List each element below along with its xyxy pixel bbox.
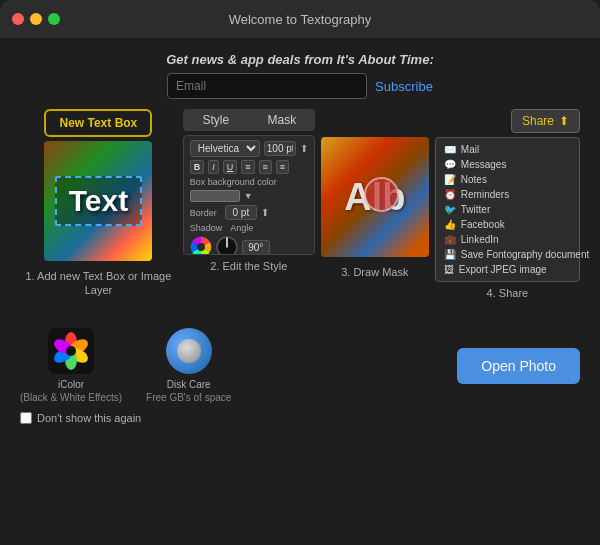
dropdown-icon: ▼ [244,191,253,201]
icolor-icon [48,328,94,374]
diskcare-inner [177,339,201,363]
step4-section: Share ⬆ ✉️ Mail 💬 Messages 📝 Notes ⏰ [435,109,580,300]
subscription-label: Get news & app deals from It's About Tim… [20,52,580,67]
border-stepper-icon: ⬆ [261,207,269,218]
app-icons-row: iColor(Black & White Effects) Disk CareF… [20,328,231,404]
save-doc-icon: 💾 [444,249,456,260]
share-linkedin[interactable]: 💼 LinkedIn [436,232,579,247]
diskcare-icon [166,328,212,374]
notes-icon: 📝 [444,174,456,185]
bgcolor-swatch[interactable] [190,190,240,202]
dont-show-checkbox[interactable] [20,412,32,424]
angle-dial-icon [216,236,238,255]
step3-section: Alb 3. Draw Mask [321,109,429,279]
footer-row: Don't show this again [0,408,600,432]
share-icon: ⬆ [559,114,569,128]
share-notes[interactable]: 📝 Notes [436,172,579,187]
italic-button[interactable]: I [208,160,219,174]
reminders-icon: ⏰ [444,189,456,200]
title-bar: Welcome to Textography [0,0,600,38]
share-button[interactable]: Share ⬆ [511,109,580,133]
mask-circle [364,177,399,212]
close-button[interactable] [12,13,24,25]
step1-section: New Text Box Text 1. Add new Text Box or… [20,109,177,298]
new-text-box-button[interactable]: New Text Box [44,109,152,137]
email-field[interactable] [167,73,367,99]
bgcolor-swatch-row: ▼ [190,190,308,202]
tab-mask[interactable]: Mask [249,109,315,131]
stepper-icon: ⬆ [300,143,308,154]
svg-point-3 [197,243,205,251]
underline-button[interactable]: U [223,160,238,174]
steps-row: New Text Box Text 1. Add new Text Box or… [20,109,580,300]
share-facebook[interactable]: 👍 Facebook [436,217,579,232]
share-reminders[interactable]: ⏰ Reminders [436,187,579,202]
messages-icon: 💬 [444,159,456,170]
border-input[interactable] [225,205,257,220]
font-row: Helvetica ⬆ [190,140,308,157]
shadow-label: Shadow [190,223,223,233]
icolor-item: iColor(Black & White Effects) [20,328,122,404]
bottom-row: iColor(Black & White Effects) Disk CareF… [0,320,600,408]
step2-tab-row: Style Mask [183,109,315,131]
border-label: Border [190,208,217,218]
font-size-input[interactable] [264,141,296,156]
twitter-icon: 🐦 [444,204,456,215]
dont-show-text: Don't show this again [37,412,141,424]
step1-label: 1. Add new Text Box or Image Layer [20,269,177,298]
step4-label: 4. Share [435,286,580,300]
open-photo-button[interactable]: Open Photo [457,348,580,384]
bgcolor-label: Box background color [190,177,277,187]
facebook-icon: 👍 [444,219,456,230]
bgcolor-row: Box background color [190,177,308,187]
angle-label: Angle [230,223,253,233]
share-label: Share [522,114,554,128]
subscription-section: Get news & app deals from It's About Tim… [20,52,580,99]
diskcare-label: Disk CareFree GB's of space [146,378,231,404]
export-icon: 🖼 [444,264,454,275]
step2-section: Style Mask Helvetica ⬆ B I U [183,109,315,273]
font-select[interactable]: Helvetica [190,140,260,157]
export-jpeg[interactable]: 🖼 Export JPEG image [436,262,579,277]
bold-button[interactable]: B [190,160,205,174]
align-center-button[interactable]: ≡ [259,160,272,174]
align-left-button[interactable]: ≡ [241,160,254,174]
step2-panel: Helvetica ⬆ B I U ≡ ≡ ≡ Box backgr [183,135,315,255]
step1-textbox: Text [55,176,142,226]
save-fontography[interactable]: 💾 Save Fontography document [436,247,579,262]
angle-input[interactable] [242,240,270,255]
step3-preview: Alb [321,137,429,257]
border-row: Border ⬆ [190,205,308,220]
dont-show-label[interactable]: Don't show this again [20,412,141,424]
shadow-row: Shadow Angle [190,223,308,233]
subscribe-button[interactable]: Subscribe [375,79,433,94]
mail-icon: ✉️ [444,144,456,155]
step1-preview: Text [44,141,152,261]
icolor-label: iColor(Black & White Effects) [20,378,122,404]
align-right-button[interactable]: ≡ [276,160,289,174]
tab-style[interactable]: Style [183,109,249,131]
fullscreen-button[interactable] [48,13,60,25]
shadow-controls-row [190,236,308,255]
linkedin-icon: 💼 [444,234,456,245]
share-messages[interactable]: 💬 Messages [436,157,579,172]
main-content: Get news & app deals from It's About Tim… [0,38,600,320]
share-mail[interactable]: ✉️ Mail [436,142,579,157]
share-menu: ✉️ Mail 💬 Messages 📝 Notes ⏰ Reminders 🐦 [435,137,580,282]
step2-label: 2. Edit the Style [210,259,287,273]
brand-name: It's About Time: [337,52,434,67]
traffic-lights [12,13,60,25]
minimize-button[interactable] [30,13,42,25]
share-twitter[interactable]: 🐦 Twitter [436,202,579,217]
style-panel-content: Helvetica ⬆ B I U ≡ ≡ ≡ Box backgr [184,136,314,255]
subscription-input-row: Subscribe [20,73,580,99]
color-wheel-icon [190,236,212,255]
step3-label: 3. Draw Mask [341,265,408,279]
diskcare-item: Disk CareFree GB's of space [146,328,231,404]
format-row: B I U ≡ ≡ ≡ [190,160,308,174]
step1-text: Text [69,184,128,217]
subscription-prefix: Get news & app deals from [166,52,337,67]
svg-point-13 [66,346,76,356]
window-title: Welcome to Textography [229,12,372,27]
